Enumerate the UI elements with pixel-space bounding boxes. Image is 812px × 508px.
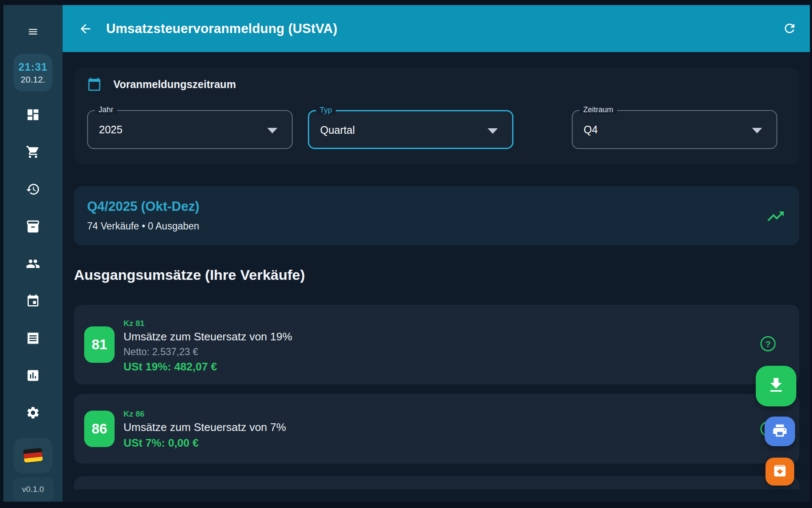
dashboard-icon	[26, 108, 40, 124]
print-icon	[772, 422, 788, 440]
sidebar-item-sales[interactable]	[25, 146, 41, 160]
kz81-title: Umsätze zum Steuersatz von 19%	[123, 330, 292, 343]
sidebar: 21:31 20.12.	[3, 5, 63, 502]
german-flag-icon	[23, 448, 43, 463]
calendar-outline-icon	[87, 77, 102, 91]
language-switcher[interactable]	[14, 438, 52, 473]
app-window: 21:31 20.12.	[3, 5, 810, 502]
period-fields-row: Jahr 2025 Typ Quartal Zeitraum Q4	[87, 110, 789, 149]
download-fab[interactable]	[756, 366, 796, 406]
type-select[interactable]: Typ Quartal	[308, 110, 513, 149]
refresh-button[interactable]	[782, 21, 797, 36]
sidebar-item-inventory[interactable]	[25, 220, 41, 235]
version-label: v0.1.0	[22, 485, 44, 494]
kz86-ust: USt 7%: 0,00 €	[123, 436, 286, 450]
quarter-title: Q4/2025 (Okt-Dez)	[87, 199, 799, 214]
people-icon	[26, 257, 40, 273]
clock-date: 20.12.	[21, 75, 45, 85]
sidebar-item-customers[interactable]	[25, 257, 41, 272]
period-filter-card: Voranmeldungszeitraum Jahr 2025 Typ Quar…	[74, 68, 799, 164]
help-icon[interactable]: ?	[760, 336, 776, 351]
next-card-partial	[74, 476, 799, 489]
sidebar-nav	[25, 108, 41, 444]
kz81-ust: USt 19%: 482,07 €	[123, 360, 292, 373]
settings-icon	[26, 406, 40, 422]
clock-widget: 21:31 20.12.	[14, 54, 52, 91]
kz86-label: Kz 86	[123, 409, 286, 419]
sidebar-item-history[interactable]	[25, 183, 41, 197]
kz86-title: Umsätze zum Steuersatz von 7%	[123, 421, 286, 434]
main-area: Umsatzsteuervoranmeldung (UStVA) Voranme…	[63, 5, 810, 502]
arrow-back-icon	[78, 30, 93, 37]
type-select-value: Quartal	[320, 111, 355, 149]
sales-section-heading: Ausgangsumsätze (Ihre Verkäufe)	[74, 267, 799, 283]
year-select-value: 2025	[99, 111, 123, 148]
history-icon	[26, 182, 40, 198]
refresh-icon	[782, 30, 797, 37]
period-select-value: Q4	[584, 111, 598, 148]
sidebar-item-calendar[interactable]	[25, 295, 41, 309]
receipt-icon	[26, 331, 40, 347]
tax-row-kz81: 81 Kz 81 Umsätze zum Steuersatz von 19% …	[74, 305, 799, 384]
sidebar-item-settings[interactable]	[25, 406, 41, 421]
quarter-summary-card[interactable]: Q4/2025 (Okt-Dez) 74 Verkäufe • 0 Ausgab…	[74, 186, 799, 246]
chevron-down-icon	[267, 128, 277, 133]
menu-icon[interactable]	[25, 26, 41, 37]
bar-chart-icon	[26, 368, 40, 384]
download-icon	[766, 375, 786, 397]
kz86-text: Kz 86 Umsätze zum Steuersatz von 7% USt …	[123, 394, 286, 464]
app-header: Umsatzsteuervoranmeldung (UStVA)	[63, 5, 810, 52]
kz81-netto: Netto: 2.537,23 €	[123, 346, 292, 358]
quarter-subtitle: 74 Verkäufe • 0 Ausgaben	[87, 221, 799, 232]
archive-fab[interactable]	[765, 458, 794, 486]
kz86-badge: 86	[84, 411, 115, 447]
back-button[interactable]	[78, 22, 93, 36]
shopping-cart-icon	[26, 145, 40, 161]
kz81-label: Kz 81	[123, 319, 292, 328]
inventory-box-icon	[26, 219, 40, 235]
page-title: Umsatzsteuervoranmeldung (UStVA)	[106, 21, 337, 36]
period-select[interactable]: Zeitraum Q4	[572, 110, 777, 149]
archive-icon	[772, 463, 787, 480]
chevron-down-icon	[752, 128, 762, 133]
clock-time: 21:31	[19, 61, 48, 73]
period-section-title: Voranmeldungszeitraum	[113, 78, 236, 91]
trending-up-icon	[766, 207, 785, 226]
chevron-down-icon	[488, 128, 498, 134]
tax-row-kz86: 86 Kz 86 Umsätze zum Steuersatz von 7% U…	[74, 394, 799, 464]
year-select[interactable]: Jahr 2025	[87, 110, 293, 149]
content-area: Voranmeldungszeitraum Jahr 2025 Typ Quar…	[63, 52, 810, 502]
sidebar-item-reports[interactable]	[25, 369, 41, 384]
calendar-icon	[26, 294, 40, 310]
period-section-head: Voranmeldungszeitraum	[87, 77, 789, 91]
kz81-badge: 81	[84, 326, 115, 363]
kz81-text: Kz 81 Umsätze zum Steuersatz von 19% Net…	[123, 305, 292, 384]
sidebar-item-receipts[interactable]	[25, 332, 41, 346]
version-badge: v0.1.0	[13, 478, 54, 502]
sidebar-item-dashboard[interactable]	[25, 108, 41, 123]
print-fab[interactable]	[765, 417, 795, 446]
